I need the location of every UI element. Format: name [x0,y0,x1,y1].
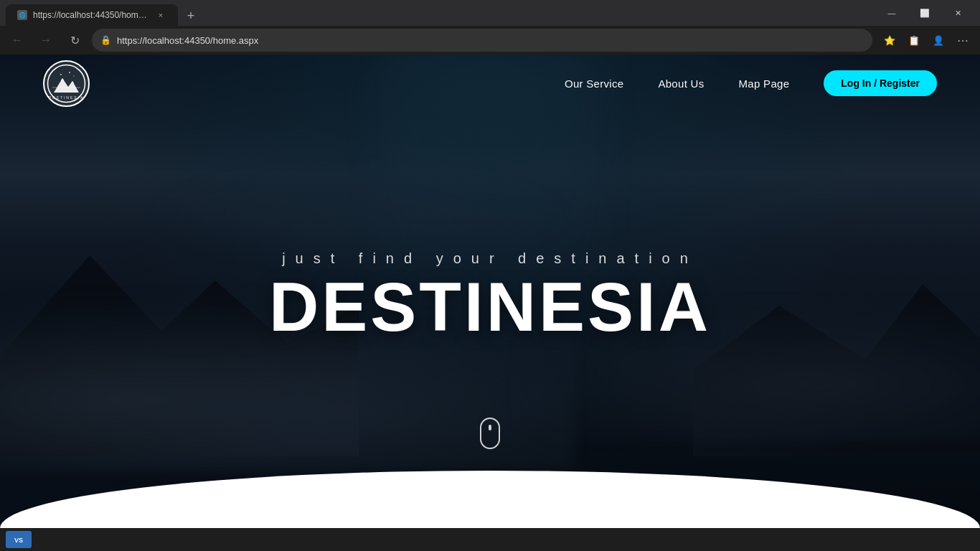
hero-title: DESTINESIA [0,273,980,342]
lock-icon: 🔒 [100,35,111,45]
logo-circle: DESTINESIA [43,60,90,107]
vs-icon: VS [13,534,24,545]
taskbar: VS [0,528,980,551]
nav-links: Our Service About Us Map Page Log In / R… [565,70,937,96]
login-register-button[interactable]: Log In / Register [824,70,937,96]
minimize-button[interactable]: — [875,0,908,26]
website-content: DESTINESIA Our Service About Us Map Page… [0,55,980,528]
extensions-button[interactable]: ⭐ [878,29,901,52]
mouse-dot [489,425,491,430]
taskbar-vs-item[interactable]: VS [6,531,32,548]
browser-toolbar: ← → ↻ 🔒 ⭐ 📋 👤 ⋯ [0,26,980,55]
window-controls: — ⬜ ✕ [875,0,974,26]
close-button[interactable]: ✕ [941,0,974,26]
svg-marker-2 [61,78,64,80]
svg-text:DESTINESIA: DESTINESIA [49,95,85,100]
nav-our-service[interactable]: Our Service [565,77,624,90]
browser-chrome: 🌐 https://localhost:44350/home.as... × +… [0,0,980,55]
forward-button[interactable]: → [34,29,57,52]
logo-container[interactable]: DESTINESIA [43,60,90,107]
collections-button[interactable]: 📋 [903,29,925,52]
svg-point-5 [60,74,62,75]
logo-svg: DESTINESIA [47,64,86,103]
refresh-button[interactable]: ↻ [63,29,86,52]
active-tab[interactable]: 🌐 https://localhost:44350/home.as... × [6,4,178,26]
svg-point-6 [69,72,70,73]
svg-marker-1 [54,78,79,93]
profile-button[interactable]: 👤 [927,29,950,52]
nav-about-us[interactable]: About Us [658,77,704,90]
new-tab-button[interactable]: + [181,6,201,26]
svg-point-7 [73,75,75,77]
scroll-indicator [480,418,500,449]
tab-close-button[interactable]: × [155,9,166,21]
address-bar[interactable] [117,35,864,46]
back-button[interactable]: ← [6,29,29,52]
mouse-icon [480,418,500,449]
svg-marker-3 [71,81,74,83]
tab-favicon: 🌐 [17,10,27,20]
address-bar-container[interactable]: 🔒 [92,29,872,52]
toolbar-actions: ⭐ 📋 👤 ⋯ [878,29,974,52]
nav-map-page[interactable]: Map Page [739,77,790,90]
tab-title: https://localhost:44350/home.as... [33,10,149,20]
hero-subtitle: just find your destination [0,250,980,267]
hero-content: just find your destination DESTINESIA [0,250,980,342]
svg-text:VS: VS [14,537,23,544]
maximize-button[interactable]: ⬜ [908,0,941,26]
menu-button[interactable]: ⋯ [951,29,974,52]
tab-bar: 🌐 https://localhost:44350/home.as... × +… [0,0,980,26]
navbar: DESTINESIA Our Service About Us Map Page… [0,55,980,112]
